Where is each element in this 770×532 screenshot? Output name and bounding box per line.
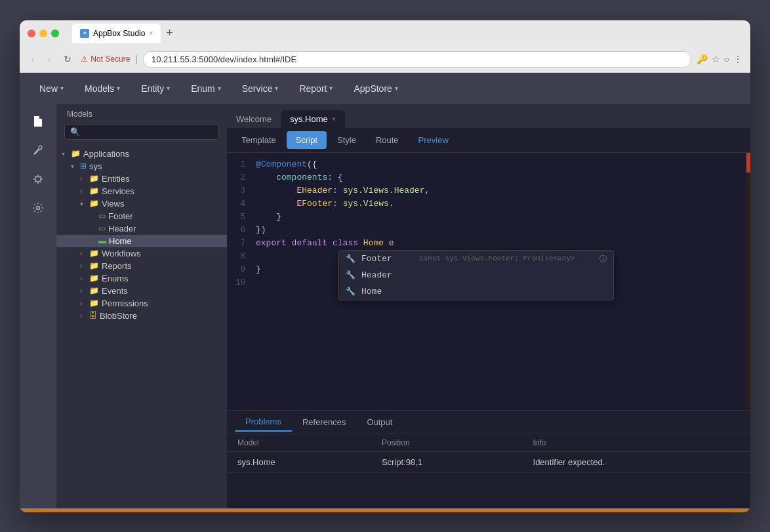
code-editor[interactable]: 1 @Component({ 2 components: { 3 EHeader bbox=[227, 153, 750, 410]
sidebar-icon-file[interactable] bbox=[26, 110, 50, 133]
tree-arrow-icon: › bbox=[80, 250, 89, 257]
sub-tab-template[interactable]: Template bbox=[232, 131, 285, 149]
line-number: 2 bbox=[227, 171, 253, 184]
sub-tab-script-label: Script bbox=[296, 135, 317, 145]
tree-arrow-icon: › bbox=[80, 262, 89, 270]
close-button[interactable] bbox=[28, 30, 35, 37]
refresh-button[interactable]: ↻ bbox=[60, 52, 75, 66]
bottom-tab-output[interactable]: Output bbox=[356, 413, 403, 431]
new-tab-button[interactable]: + bbox=[166, 26, 173, 40]
tree-item-services[interactable]: › 📁 Services bbox=[56, 185, 227, 197]
folder-icon: 📁 bbox=[89, 249, 99, 258]
bottom-table: Model Position Info sys.Home Script:98,1 bbox=[227, 434, 750, 508]
sub-tab-preview[interactable]: Preview bbox=[409, 131, 458, 149]
tree-arrow-icon: › bbox=[80, 312, 89, 319]
tree-arrow-icon: ▾ bbox=[62, 150, 71, 157]
tree-item-workflows[interactable]: › 📁 Workflows bbox=[56, 247, 227, 260]
tree-item-views[interactable]: ▾ 📁 Views bbox=[56, 197, 227, 210]
file-icon-green: ▬ bbox=[98, 236, 106, 245]
tree-item-events[interactable]: › 📁 Events bbox=[56, 285, 227, 297]
tree-label: Permissions bbox=[102, 298, 148, 308]
menu-icon[interactable]: ⋮ bbox=[733, 54, 742, 64]
address-url[interactable]: 10.211.55.3:5000/dev/index.html#/IDE bbox=[143, 51, 691, 68]
tab-close-button[interactable]: × bbox=[149, 30, 153, 37]
tree-label: Reports bbox=[102, 261, 132, 271]
menu-item-report[interactable]: Report ▾ bbox=[290, 79, 342, 98]
search-box[interactable]: 🔍 bbox=[64, 124, 219, 140]
sub-tab-template-label: Template bbox=[241, 135, 276, 145]
chevron-down-icon: ▾ bbox=[117, 85, 120, 92]
tree-label: Entities bbox=[102, 174, 130, 184]
menu-item-appstore[interactable]: AppStore ▾ bbox=[344, 79, 407, 98]
sub-tab-script[interactable]: Script bbox=[287, 131, 327, 149]
line-number: 7 bbox=[227, 237, 253, 250]
line-number: 4 bbox=[227, 197, 253, 211]
sub-tab-route-label: Route bbox=[376, 135, 399, 145]
bottom-tab-problems[interactable]: Problems bbox=[235, 413, 292, 432]
tree-item-footer[interactable]: ▭ Footer bbox=[56, 210, 227, 222]
folder-icon: 📁 bbox=[89, 286, 99, 295]
url-separator: | bbox=[135, 54, 138, 64]
menu-item-service[interactable]: Service ▾ bbox=[233, 79, 288, 98]
tab-welcome[interactable]: Welcome bbox=[227, 110, 281, 128]
file-tree: ▾ 📁 Applications ▾ ⊞ sys bbox=[56, 145, 227, 508]
line-number: 5 bbox=[227, 211, 253, 224]
table-row[interactable]: sys.Home Script:98,1 Identifier expected… bbox=[227, 451, 750, 472]
tree-arrow-icon: ▾ bbox=[80, 200, 89, 207]
autocomplete-item-home[interactable]: 🔧 Home bbox=[339, 283, 613, 300]
menu-item-entity[interactable]: Entity ▾ bbox=[132, 79, 179, 98]
sidebar-icon-bug[interactable] bbox=[26, 167, 50, 191]
sub-tab-route[interactable]: Route bbox=[367, 131, 408, 149]
tree-item-blobstore[interactable]: › 🗄 BlobStore bbox=[56, 310, 227, 322]
bookmark-icon[interactable]: ☆ bbox=[712, 54, 720, 64]
forward-button[interactable]: › bbox=[44, 52, 55, 66]
app-menu: New ▾ Models ▾ Entity ▾ Enum ▾ Service bbox=[20, 73, 750, 104]
line-number: 6 bbox=[227, 224, 253, 237]
minimize-button[interactable] bbox=[39, 30, 47, 37]
tab-sys-home-label: sys.Home bbox=[290, 114, 328, 124]
sub-tab-style[interactable]: Style bbox=[328, 131, 365, 149]
tab-sys-home[interactable]: sys.Home × bbox=[281, 110, 345, 128]
back-button[interactable]: ‹ bbox=[28, 52, 39, 66]
menu-item-enum[interactable]: Enum ▾ bbox=[182, 79, 230, 98]
folder-icon: 📁 bbox=[89, 186, 99, 195]
tree-item-home[interactable]: ▬ Home bbox=[56, 235, 227, 247]
sidebar-icon-settings[interactable] bbox=[26, 196, 50, 220]
security-warning-text: Not Secure bbox=[91, 54, 130, 64]
tree-label: sys bbox=[89, 161, 102, 171]
chevron-down-icon: ▾ bbox=[167, 85, 170, 92]
tree-item-permissions[interactable]: › 📁 Permissions bbox=[56, 297, 227, 310]
browser-tab[interactable]: AppBox Studio × bbox=[72, 24, 161, 43]
cell-model: sys.Home bbox=[227, 451, 371, 472]
code-line: 6 }) bbox=[227, 224, 750, 237]
bottom-tab-references[interactable]: References bbox=[292, 413, 356, 431]
chevron-down-icon: ▾ bbox=[395, 85, 398, 92]
scroll-thumb[interactable] bbox=[746, 153, 750, 173]
tree-label: Applications bbox=[83, 149, 129, 159]
wrench-icon: 🔧 bbox=[346, 287, 356, 297]
folder-icon: 📁 bbox=[89, 174, 99, 183]
autocomplete-item-header[interactable]: 🔧 Header bbox=[339, 267, 613, 283]
tree-arrow-icon: › bbox=[80, 275, 89, 282]
col-model: Model bbox=[227, 434, 371, 452]
tab-close-icon[interactable]: × bbox=[332, 115, 336, 123]
tree-item-enums[interactable]: › 📁 Enums bbox=[56, 272, 227, 285]
tree-item-entities[interactable]: › 📁 Entities bbox=[56, 173, 227, 185]
info-icon[interactable]: ⓘ bbox=[599, 254, 607, 264]
autocomplete-item-footer[interactable]: 🔧 Footer const sys.Views.Footer: Promise… bbox=[339, 251, 613, 267]
bottom-tabs: Problems References Output bbox=[227, 411, 750, 434]
maximize-button[interactable] bbox=[51, 30, 59, 37]
col-position: Position bbox=[371, 434, 523, 452]
tree-item-sys[interactable]: ▾ ⊞ sys bbox=[56, 160, 227, 173]
tree-label: Services bbox=[102, 186, 134, 196]
tree-item-reports[interactable]: › 📁 Reports bbox=[56, 260, 227, 272]
chevron-down-icon: ▾ bbox=[275, 85, 278, 92]
tree-arrow-icon: › bbox=[80, 287, 89, 295]
menu-item-models[interactable]: Models ▾ bbox=[75, 79, 129, 98]
menu-item-new[interactable]: New ▾ bbox=[30, 79, 73, 98]
tree-item-applications[interactable]: ▾ 📁 Applications bbox=[56, 148, 227, 160]
sidebar-icon-wrench[interactable] bbox=[26, 138, 50, 162]
search-input[interactable] bbox=[84, 127, 213, 136]
tree-label: Header bbox=[108, 224, 136, 234]
tree-item-header[interactable]: ▭ Header bbox=[56, 222, 227, 235]
